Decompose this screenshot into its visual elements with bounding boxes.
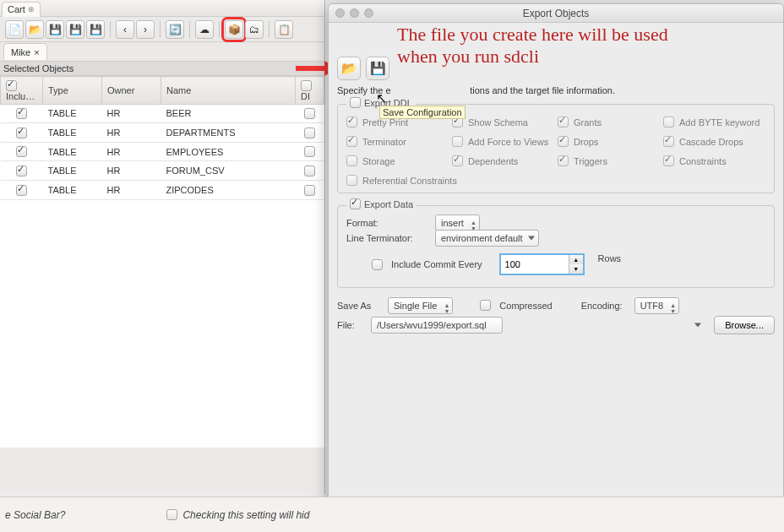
opt-constraints[interactable]: Constraints <box>663 155 765 166</box>
table-row[interactable]: TABLEHRDEPARTMENTS <box>1 123 324 143</box>
minimize-window-button[interactable] <box>350 8 359 18</box>
cloud-button[interactable]: ☁ <box>195 20 214 39</box>
row-ddl-checkbox[interactable] <box>304 185 315 196</box>
row-ddl-checkbox[interactable] <box>304 128 315 138</box>
dialog-title: Export Objects <box>523 8 590 19</box>
opt-grants[interactable]: Grants <box>558 117 660 128</box>
col-name[interactable]: Name <box>161 77 296 105</box>
close-icon[interactable]: × <box>34 47 39 57</box>
copy-button[interactable]: 📋 <box>275 20 293 39</box>
opt-drops[interactable]: Drops <box>558 136 660 147</box>
file-path-combo[interactable]: /Users/wvu1999/export.sql <box>371 320 705 330</box>
opt-add-byte[interactable]: Add BYTE keyword <box>663 117 765 128</box>
annotation-text: The file you create here will be used wh… <box>397 24 769 68</box>
cart-tab[interactable]: Cart ⊗ <box>2 2 41 17</box>
opt-terminator[interactable]: Terminator <box>346 136 449 147</box>
close-window-button[interactable] <box>335 8 345 18</box>
opt-triggers[interactable]: Triggers <box>558 155 660 166</box>
col-include[interactable]: Inclu… <box>1 77 43 105</box>
back-button[interactable]: ‹ <box>116 20 134 39</box>
save-as-label: Save As <box>337 301 379 311</box>
compressed-checkbox[interactable] <box>480 300 491 311</box>
refresh-button[interactable]: 🔄 <box>166 20 184 39</box>
zoom-window-button[interactable] <box>364 8 373 18</box>
row-ddl-checkbox[interactable] <box>304 108 315 119</box>
row-include-checkbox[interactable] <box>16 146 27 157</box>
row-ddl-checkbox[interactable] <box>304 146 315 157</box>
save-config-button[interactable]: 💾 <box>366 57 389 80</box>
toolbar-separator <box>110 21 111 38</box>
row-name: FORUM_CSV <box>161 161 296 181</box>
save-cart-button[interactable]: 💾 <box>46 20 64 39</box>
browse-button[interactable]: Browse... <box>714 316 775 334</box>
close-icon[interactable]: ⊗ <box>28 5 35 14</box>
bottom-strip: e Social Bar? Checking this setting will… <box>0 497 784 532</box>
row-name: BEER <box>161 104 296 123</box>
row-name: DEPARTMENTS <box>161 123 296 143</box>
new-cart-button[interactable]: 📄 <box>5 20 24 39</box>
hide-social-bar-checkbox[interactable] <box>166 509 177 520</box>
dialog-titlebar[interactable]: Export Objects <box>329 4 783 23</box>
cursor-pointer-icon: ↖ <box>376 90 387 106</box>
line-terminator-label: Line Terminator: <box>346 233 427 243</box>
row-owner: HR <box>102 180 161 199</box>
table-row[interactable]: TABLEHREMPLOYEES <box>1 142 324 161</box>
save-as-select[interactable]: Single File ▲▼ <box>388 301 453 311</box>
open-config-button[interactable]: 📂 <box>337 57 361 80</box>
cart-panel: Cart ⊗ 📄 📂 💾 💾 💾 ‹ › 🔄 ☁ 📦 🗂 📋 Mike × Se… <box>0 0 325 494</box>
save-icon: 💾 <box>370 61 386 76</box>
spinner-up-button[interactable]: ▲ <box>569 255 583 264</box>
social-bar-question: e Social Bar? <box>5 509 65 521</box>
row-include-checkbox[interactable] <box>16 108 27 119</box>
opt-add-force[interactable]: Add Force to Views <box>452 136 554 147</box>
opt-storage[interactable]: Storage <box>346 155 449 166</box>
format-select[interactable]: insert ▲▼ <box>435 218 480 228</box>
spinner-down-button[interactable]: ▼ <box>569 264 583 274</box>
export-data-group: Export Data Format: insert ▲▼ Line Termi… <box>337 205 775 288</box>
selected-objects-label: Selected Objects <box>3 63 74 73</box>
save-all-button[interactable]: 💾 <box>86 20 105 39</box>
forward-button[interactable]: › <box>136 20 155 39</box>
cloud-icon: ☁ <box>199 24 210 35</box>
window-controls[interactable] <box>335 8 373 18</box>
row-include-checkbox[interactable] <box>16 128 27 138</box>
row-type: TABLE <box>43 142 102 161</box>
row-ddl-checkbox[interactable] <box>304 166 315 176</box>
selected-objects-header: Selected Objects <box>0 61 324 76</box>
export-data-checkbox[interactable] <box>350 198 361 209</box>
include-all-checkbox[interactable] <box>6 80 17 91</box>
export-ddl-checkbox[interactable] <box>350 97 361 108</box>
line-terminator-select[interactable]: environment default <box>435 233 539 243</box>
encoding-select[interactable]: UTF8 ▲▼ <box>634 301 680 311</box>
include-commit-label: Include Commit Every <box>391 259 482 269</box>
opt-dependents[interactable]: Dependents <box>452 155 554 166</box>
table-row[interactable]: TABLEHRBEER <box>1 104 324 123</box>
save-all-icon: 💾 <box>90 24 102 35</box>
table-row[interactable]: TABLEHRZIPCODES <box>1 180 324 199</box>
save-icon: 💾 <box>49 24 62 35</box>
copy-icon: 📋 <box>278 24 291 35</box>
updown-icon: ▲▼ <box>444 302 449 314</box>
include-commit-checkbox[interactable] <box>372 259 383 270</box>
diff-button[interactable]: 🗂 <box>245 20 264 39</box>
opt-cascade-drops[interactable]: Cascade Drops <box>663 136 765 147</box>
export-objects-button[interactable]: 📦 <box>225 20 243 39</box>
encoding-label: Encoding: <box>581 301 623 311</box>
save-as-button[interactable]: 💾 <box>66 20 84 39</box>
ddl-all-checkbox[interactable] <box>301 80 312 91</box>
row-type: TABLE <box>43 180 102 199</box>
cart-subtab[interactable]: Mike × <box>3 43 47 60</box>
toolbar-separator <box>160 21 161 38</box>
row-include-checkbox[interactable] <box>16 185 27 196</box>
col-owner[interactable]: Owner <box>102 77 161 105</box>
table-row[interactable]: TABLEHRFORUM_CSV <box>1 161 324 181</box>
col-type[interactable]: Type <box>43 77 102 105</box>
opt-show-schema[interactable]: Show Schema <box>452 117 554 128</box>
opt-ref-constraints[interactable]: Referential Constraints <box>346 175 765 186</box>
open-icon: 📂 <box>29 24 41 35</box>
open-cart-button[interactable]: 📂 <box>25 20 44 39</box>
row-include-checkbox[interactable] <box>16 166 27 176</box>
commit-every-input[interactable] <box>501 255 569 274</box>
commit-every-spinner[interactable]: ▲ ▼ <box>499 253 585 275</box>
objects-grid: Inclu… Type Owner Name DI TABLEHRBEERTAB… <box>0 76 324 448</box>
